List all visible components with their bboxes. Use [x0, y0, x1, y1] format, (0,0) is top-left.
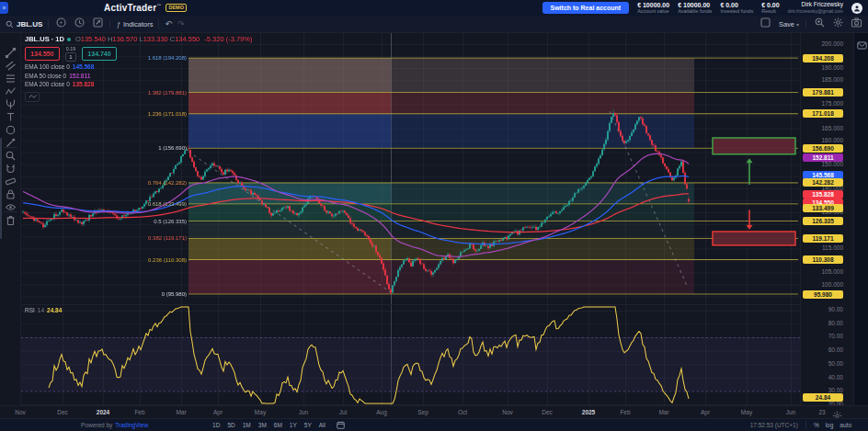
- fib-level-label: 0.236 (110.308): [104, 256, 187, 264]
- scale-button-%[interactable]: %: [814, 422, 819, 428]
- layout-grid-button[interactable]: [760, 17, 772, 30]
- time-axis-label: Dec: [50, 409, 75, 415]
- sell-button[interactable]: 134.550: [25, 47, 60, 61]
- drawing-tools-rail: [0, 33, 21, 418]
- rsi-axis-label: 80.00: [805, 320, 843, 327]
- user-icon: [853, 5, 861, 12]
- lot-input[interactable]: 1: [65, 52, 75, 62]
- powered-by-label: Powered by: [81, 422, 112, 428]
- range-buttons: 1D5D1M3M6M1Y5YAll: [212, 422, 326, 428]
- calendar-icon: [337, 421, 345, 429]
- camera-button[interactable]: [850, 17, 862, 30]
- avatar[interactable]: [851, 3, 862, 14]
- search-icon: [6, 20, 14, 28]
- price-axis-label: 190.000: [805, 64, 843, 72]
- scale-button-auto[interactable]: auto: [839, 422, 851, 428]
- date-range-button[interactable]: [337, 421, 345, 429]
- ema-indicator-row[interactable]: EMA 50 close 0152.811: [25, 74, 252, 80]
- activtrader-app: » ActivTrader™ DEMO Switch to Real accou…: [0, 0, 868, 431]
- alert-icon: [74, 16, 86, 32]
- time-axis-label: Oct: [450, 409, 475, 415]
- trash-button[interactable]: [5, 215, 17, 227]
- save-button[interactable]: Save▾: [779, 20, 799, 28]
- camera-icon: [851, 16, 862, 32]
- price-axis-label: 200.000: [805, 40, 843, 48]
- fib-level-label: 0.764 (142.282): [104, 179, 187, 187]
- time-axis-label: Mar: [168, 409, 194, 415]
- fib-price-badge: 110.308: [803, 255, 843, 264]
- range-button-1y[interactable]: 1Y: [290, 422, 297, 428]
- time-axis-label: Feb: [612, 409, 638, 415]
- range-button-all[interactable]: All: [319, 422, 326, 428]
- ema50-price-badge: 152.811: [803, 153, 843, 162]
- symbol-search[interactable]: JBL.US: [6, 20, 42, 28]
- trash-icon: [5, 213, 17, 230]
- price-axis-label: 105.000: [805, 268, 843, 276]
- time-axis-label: 23: [809, 409, 835, 415]
- switch-to-real-button[interactable]: Switch to Real account: [542, 2, 630, 14]
- fx-icon: ƒ: [116, 20, 120, 28]
- rsi-axis-label: 70.00: [805, 333, 843, 340]
- range-button-1m[interactable]: 1M: [243, 422, 251, 428]
- range-button-5y[interactable]: 5Y: [304, 422, 312, 428]
- time-axis-label: Nov: [495, 409, 520, 415]
- redo-button[interactable]: ↷: [177, 19, 185, 28]
- scale-button-log[interactable]: log: [826, 422, 834, 428]
- rsi-axis-label: 50.00: [805, 360, 843, 368]
- fib-level-label: 1 (156.690): [104, 144, 187, 152]
- rail-scrollbar[interactable]: [0, 138, 2, 239]
- header-right: Switch to Real account € 10000.00Account…: [542, 2, 868, 15]
- alert-button[interactable]: [73, 17, 86, 30]
- fib-price-badge: 194.208: [803, 54, 843, 62]
- price-axis[interactable]: 200.000190.000185.000175.000165.000160.0…: [800, 33, 853, 418]
- zoom-in-icon: [814, 16, 826, 32]
- settings-gear-button[interactable]: [831, 17, 844, 30]
- ema-indicator-row[interactable]: EMA 100 close 0145.568: [25, 64, 252, 71]
- range-button-1d[interactable]: 1D: [212, 422, 220, 428]
- rail-divider: [4, 147, 17, 148]
- sidebar-expand-button[interactable]: »: [0, 2, 8, 14]
- price-axis-label: 100.000: [805, 281, 843, 289]
- ohlc-row: JBL.US · 1D O135.540H136.570L133.330C134…: [25, 36, 252, 43]
- buy-button[interactable]: 134.740: [82, 47, 117, 61]
- zoom-in-button[interactable]: [813, 17, 826, 30]
- chart-style-icon: [55, 16, 67, 32]
- ohlc-value: 135.540: [81, 35, 106, 43]
- rsi-chart-canvas[interactable]: [21, 304, 800, 405]
- fib-level-label: 0.382 (119.171): [104, 234, 187, 242]
- undo-button[interactable]: ↶: [165, 19, 172, 28]
- range-button-5d[interactable]: 5D: [227, 422, 234, 428]
- price-axis-label: 150.000: [805, 161, 843, 168]
- compare-button[interactable]: [91, 17, 104, 30]
- time-axis-label: 2024: [90, 409, 116, 415]
- time-axis-label: Apr: [205, 409, 231, 415]
- divider: [805, 421, 806, 429]
- messages-button[interactable]: [856, 40, 867, 51]
- rsi-legend[interactable]: RSI 14 24.84: [25, 307, 62, 313]
- demo-badge: DEMO: [166, 4, 187, 12]
- indicators-button[interactable]: ƒ Indicators: [116, 20, 153, 28]
- time-axis[interactable]: NovDec2024FebMarAprMayJunJulAugSepOctNov…: [0, 405, 868, 418]
- market-open-dot: [67, 38, 71, 41]
- legend-collapse-button[interactable]: [25, 92, 40, 102]
- chart-legend: JBL.US · 1D O135.540H136.570L133.330C134…: [25, 36, 252, 102]
- price-axis-label: 160.000: [805, 137, 843, 144]
- chart-style-button[interactable]: [54, 17, 67, 30]
- ema-indicator-row[interactable]: EMA 200 close 0135.828: [25, 82, 252, 88]
- fib-price-badge: 142.282: [803, 178, 843, 187]
- range-button-6m[interactable]: 6M: [274, 422, 282, 428]
- tradingview-link[interactable]: TradingView: [115, 422, 148, 428]
- trademark: ™: [156, 3, 161, 8]
- fib-level-label: 1.236 (171.018): [104, 110, 187, 118]
- fib-price-badge: 95.980: [803, 290, 843, 299]
- range-button-3m[interactable]: 3M: [258, 422, 267, 428]
- time-axis-label: 2025: [576, 409, 601, 415]
- app-logo: ActivTrader™: [104, 3, 161, 13]
- available-funds-stat: € 10000.00Available funds: [678, 2, 712, 15]
- fib-price-badge: 156.690: [803, 144, 843, 153]
- footer-right: 17:52:53 (UTC+1) %logauto: [750, 421, 868, 429]
- divider: [48, 19, 49, 29]
- time-axis-label: Nov: [7, 409, 33, 415]
- symbol-label: JBL.US: [17, 20, 42, 28]
- right-sidebar-strip: [853, 33, 868, 418]
